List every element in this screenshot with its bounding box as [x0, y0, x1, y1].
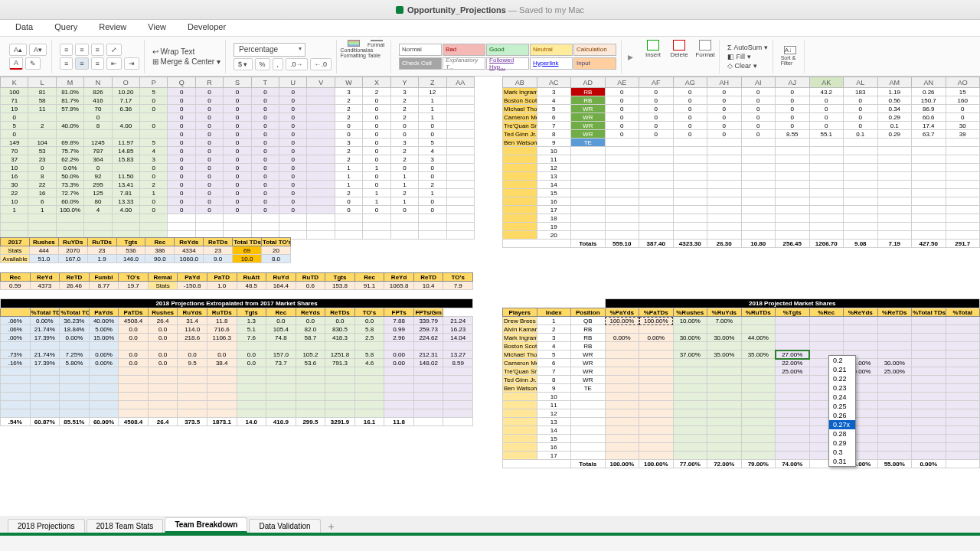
cell[interactable]: 0 [673, 122, 707, 130]
cell[interactable]: 1 [1, 206, 28, 214]
cell[interactable]: 0 [251, 105, 279, 113]
cell[interactable]: 15.83 [112, 155, 139, 164]
cell[interactable]: 0 [605, 130, 639, 139]
cell[interactable] [877, 139, 912, 147]
cell[interactable] [605, 139, 639, 147]
cell[interactable]: 0 [419, 130, 446, 139]
align-top[interactable]: ≡ [60, 44, 73, 56]
cell[interactable]: 0 [168, 164, 195, 172]
indent-inc[interactable]: ⇥ [124, 57, 139, 70]
cell[interactable]: 0 [605, 96, 639, 105]
cell[interactable]: 11.97 [112, 139, 139, 147]
cell[interactable]: 10 [1, 164, 28, 172]
cell[interactable]: 0 [390, 122, 418, 130]
cell[interactable] [446, 139, 475, 147]
insert-btn[interactable]: Insert [644, 40, 662, 58]
cell[interactable]: 0 [776, 113, 810, 122]
cell[interactable] [56, 113, 83, 122]
cell[interactable] [446, 172, 475, 181]
cell[interactable]: 0 [639, 105, 674, 113]
col-Q[interactable]: Q [168, 77, 195, 88]
cell[interactable]: 0 [224, 147, 251, 155]
cell[interactable]: 0 [279, 122, 307, 130]
cell[interactable] [307, 181, 335, 189]
cell[interactable]: 0 [195, 88, 223, 96]
cell[interactable]: 100.0% [56, 206, 83, 214]
cell[interactable]: RB [571, 96, 606, 105]
cell[interactable]: 10 [1, 197, 28, 206]
cell[interactable]: 55.1 [809, 130, 844, 139]
cell[interactable]: 4 [84, 206, 112, 214]
cell[interactable]: 5 [140, 139, 168, 147]
cell[interactable]: 0 [363, 113, 390, 122]
menu-data[interactable]: Data [5, 20, 44, 36]
menu-developer[interactable]: Developer [177, 20, 237, 36]
cell[interactable]: 0 [251, 88, 279, 96]
cell[interactable]: 150.7 [912, 96, 946, 105]
cell[interactable]: 0 [140, 206, 168, 214]
cell[interactable]: 0 [639, 122, 674, 130]
col-AL[interactable]: AL [844, 77, 878, 88]
cell[interactable]: 6.36 [112, 105, 139, 113]
cell[interactable]: 0 [279, 197, 307, 206]
cell[interactable]: 149 [1, 139, 28, 147]
cell[interactable]: 9 [537, 139, 571, 147]
cell[interactable]: 4 [419, 147, 446, 155]
cell[interactable]: 11.50 [112, 172, 139, 181]
cell[interactable] [446, 189, 475, 197]
col-AA[interactable]: AA [446, 77, 475, 88]
cell[interactable] [446, 122, 475, 130]
cell[interactable]: 0 [776, 88, 810, 96]
col-P[interactable]: P [140, 77, 168, 88]
cell[interactable]: 0.0% [56, 164, 83, 172]
cell[interactable]: 0 [168, 139, 195, 147]
cell[interactable]: 7 [537, 122, 571, 130]
cell[interactable]: 0 [673, 88, 707, 96]
col-W[interactable]: W [335, 77, 362, 88]
cell[interactable]: 0 [195, 197, 223, 206]
autosum-btn[interactable]: Σ AutoSum ▾ [727, 44, 768, 51]
cell[interactable] [307, 130, 335, 139]
cell[interactable]: 0 [224, 139, 251, 147]
cell[interactable]: 37 [1, 155, 28, 164]
cell[interactable]: 5 [537, 105, 571, 113]
indent-dec[interactable]: ⇤ [106, 57, 122, 70]
cell[interactable] [446, 130, 475, 139]
cell[interactable]: 15 [946, 88, 980, 96]
delete-btn[interactable]: Delete [670, 40, 688, 58]
cell[interactable]: 0 [419, 172, 446, 181]
wrap-text-btn[interactable]: ↩ Wrap Text [152, 47, 194, 56]
dd-opt[interactable]: 0.28 [829, 429, 855, 439]
cell[interactable]: Ted Ginn Jr. [503, 130, 537, 139]
style-3[interactable]: Hyperlink [530, 57, 573, 70]
worksheet[interactable]: KLMNOPQRSTUVWXYZAA 1008181.0%82610.20500… [0, 77, 980, 533]
cell[interactable]: 2 [140, 181, 168, 189]
cell[interactable]: 0 [809, 113, 844, 122]
cell[interactable]: 0 [195, 155, 223, 164]
cell[interactable]: 1 [363, 164, 390, 172]
cell[interactable]: 5 [1, 122, 28, 130]
cell[interactable]: 0 [741, 96, 776, 105]
cell[interactable] [307, 147, 335, 155]
cell[interactable] [84, 130, 112, 139]
cell[interactable]: 3 [390, 88, 418, 96]
cell[interactable]: 0 [279, 164, 307, 172]
cell[interactable]: 0 [639, 96, 674, 105]
cell[interactable] [912, 139, 946, 147]
cell[interactable] [844, 139, 878, 147]
style-bad[interactable]: Bad [443, 44, 485, 56]
cell[interactable]: 1 [390, 197, 418, 206]
cell[interactable]: 0 [776, 122, 810, 130]
cell[interactable]: 0 [279, 155, 307, 164]
cell[interactable]: 0 [84, 164, 112, 172]
cell[interactable]: 0 [946, 105, 980, 113]
cell[interactable]: 8.55 [776, 130, 810, 139]
cell[interactable]: 0 [419, 164, 446, 172]
cell[interactable]: 6 [28, 197, 56, 206]
style-2[interactable]: Followed Hyp... [486, 57, 529, 70]
cell[interactable]: 0 [809, 105, 844, 113]
cell[interactable] [639, 139, 674, 147]
cell[interactable]: 81 [28, 88, 56, 96]
cell[interactable]: TE [571, 139, 606, 147]
cell[interactable]: 39 [946, 130, 980, 139]
